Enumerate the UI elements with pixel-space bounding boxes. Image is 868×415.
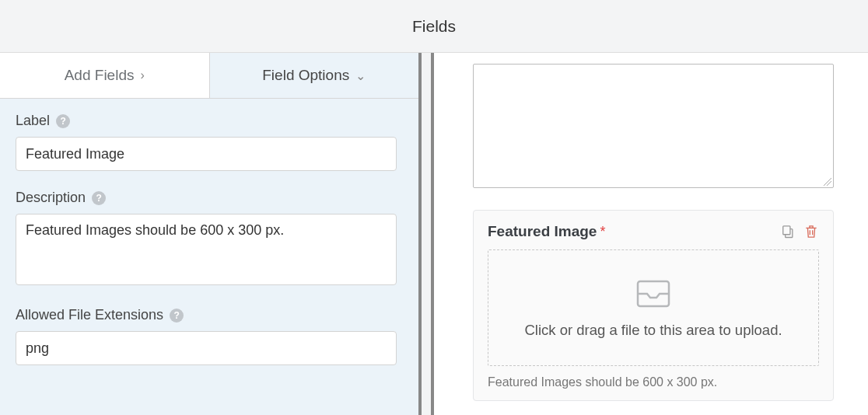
tab-add-fields[interactable]: Add Fields › — [0, 53, 209, 98]
description-row: Description ? — [16, 190, 403, 206]
preview-description: Featured Images should be 600 x 300 px. — [488, 375, 819, 389]
extensions-input[interactable] — [16, 331, 397, 365]
description-input[interactable] — [16, 214, 397, 285]
chevron-down-icon: ⌄ — [355, 68, 366, 83]
label-input[interactable] — [16, 137, 397, 171]
tab-field-options[interactable]: Field Options ⌄ — [209, 53, 419, 98]
chevron-right-icon: › — [140, 68, 144, 82]
upload-dropzone[interactable]: Click or drag a file to this area to upl… — [488, 249, 819, 366]
group-extensions: Allowed File Extensions ? — [16, 307, 403, 365]
card-icons — [780, 224, 819, 239]
required-star-icon: * — [600, 224, 605, 240]
inbox-icon — [635, 278, 671, 309]
extensions-row: Allowed File Extensions ? — [16, 307, 403, 323]
description-title: Description — [16, 190, 86, 206]
panel-gap — [422, 53, 431, 415]
label-row: Label ? — [16, 113, 403, 129]
page-title: Fields — [412, 17, 456, 36]
left-panel: Add Fields › Field Options ⌄ Label ? Des… — [0, 53, 422, 415]
help-icon[interactable]: ? — [92, 191, 106, 205]
main-columns: Add Fields › Field Options ⌄ Label ? Des… — [0, 53, 868, 415]
preview-textarea[interactable] — [473, 64, 834, 188]
trash-icon[interactable] — [803, 224, 819, 239]
tab-field-options-label: Field Options — [262, 67, 349, 84]
svg-rect-1 — [783, 226, 790, 235]
page-header: Fields — [0, 0, 868, 53]
group-label: Label ? — [16, 113, 403, 171]
field-options-body: Label ? Description ? Allowed File Exten… — [0, 99, 418, 415]
dropzone-text: Click or drag a file to this area to upl… — [524, 322, 782, 339]
group-description: Description ? — [16, 190, 403, 288]
tabs: Add Fields › Field Options ⌄ — [0, 53, 418, 99]
help-icon[interactable]: ? — [170, 309, 184, 323]
extensions-title: Allowed File Extensions — [16, 307, 163, 323]
label-title: Label — [16, 113, 50, 129]
preview-panel: Featured Image * — [431, 53, 868, 415]
duplicate-icon[interactable] — [780, 224, 796, 239]
preview-field-title: Featured Image — [488, 223, 597, 240]
tab-add-fields-label: Add Fields — [65, 67, 135, 84]
help-icon[interactable]: ? — [56, 114, 70, 128]
preview-field-card[interactable]: Featured Image * — [473, 210, 834, 401]
card-head: Featured Image * — [488, 223, 819, 240]
